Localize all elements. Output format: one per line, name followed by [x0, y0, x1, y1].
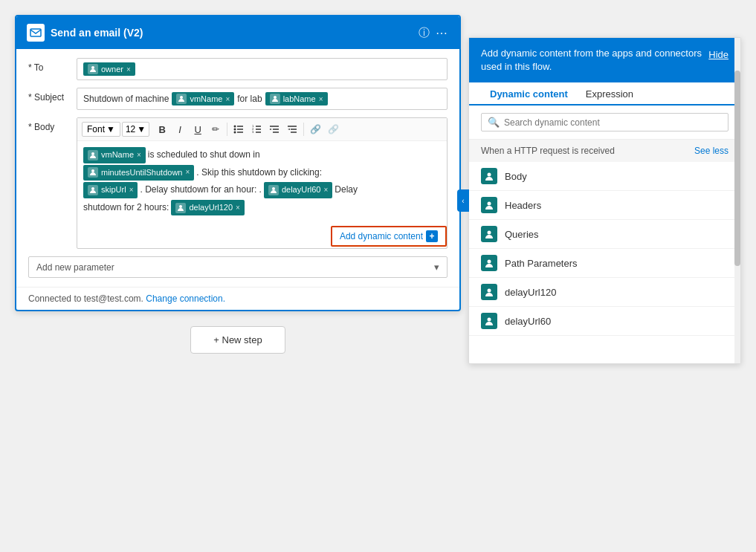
new-step-btn[interactable]: + New step [190, 326, 285, 354]
labname-close[interactable]: × [319, 95, 323, 103]
number-list-btn[interactable]: 1.2.3. [248, 121, 265, 137]
email-card: Send an email (V2) ⓘ ⋯ * To owner [15, 15, 461, 311]
scrollbar-track [734, 38, 740, 363]
skipurl-close[interactable]: × [129, 184, 134, 196]
bold-btn[interactable]: B [154, 121, 170, 137]
subject-field[interactable]: Shutdown of machine vmName × for lab [77, 88, 448, 110]
delayurl60-icon [268, 185, 279, 195]
italic-btn[interactable]: I [172, 121, 188, 137]
svg-point-30 [488, 260, 491, 264]
unlink-btn[interactable]: 🔗 [325, 121, 341, 137]
rich-editor[interactable]: Font ▼ 12 ▼ B I U ✏ [77, 117, 448, 249]
font-chevron: ▼ [106, 124, 115, 134]
dynamic-item-path-params[interactable]: Path Parameters [469, 249, 740, 278]
dynamic-panel-header-text: Add dynamic content from the apps and co… [481, 47, 702, 74]
hide-panel-btn[interactable]: Hide [708, 48, 728, 62]
svg-point-31 [488, 289, 491, 293]
dynamic-item-delayurl60[interactable]: delayUrl60 [469, 307, 740, 336]
add-dynamic-btn[interactable]: Add dynamic content + [331, 226, 447, 247]
link-btn[interactable]: 🔗 [307, 121, 323, 137]
change-connection-link[interactable]: Change connection. [146, 293, 225, 304]
subject-row: * Subject Shutdown of machine vmName × f… [28, 88, 448, 110]
item-queries-icon [481, 226, 497, 242]
dynamic-item-body[interactable]: Body [469, 162, 740, 191]
owner-tag-label: owner [101, 65, 123, 74]
to-row: * To owner × [28, 58, 448, 80]
dynamic-search-area: 🔍 [469, 105, 740, 140]
owner-tag-close[interactable]: × [126, 65, 131, 74]
svg-point-29 [488, 231, 491, 235]
labname-label: labName [283, 94, 316, 103]
svg-point-27 [488, 173, 491, 177]
editor-line-2: minutesUntilShutdown × . Skip this shutd… [83, 165, 441, 181]
add-param-row[interactable]: Add new parameter ▾ [28, 256, 448, 278]
item-delayurl120-icon [481, 284, 497, 300]
item-path-params-label: Path Parameters [505, 258, 578, 269]
body-label: * Body [28, 117, 69, 132]
indent-btn[interactable] [266, 121, 282, 137]
editor-content[interactable]: vmName × is scheduled to shut down in [77, 141, 447, 223]
search-input[interactable] [504, 117, 722, 128]
card-footer: Connected to test@test.com. Change conne… [16, 287, 459, 310]
svg-rect-0 [30, 29, 41, 36]
size-dropdown[interactable]: 12 ▼ [122, 122, 149, 137]
outdent-btn[interactable] [284, 121, 300, 137]
delayurl60-close[interactable]: × [324, 184, 329, 196]
dynamic-item-headers[interactable]: Headers [469, 191, 740, 220]
more-icon[interactable]: ⋯ [436, 26, 449, 40]
svg-text:3.: 3. [252, 130, 254, 134]
delayurl120-icon [175, 203, 186, 213]
info-icon[interactable]: ⓘ [419, 26, 430, 40]
to-field[interactable]: owner × [77, 58, 448, 80]
param-label: Add new parameter [36, 262, 434, 273]
body-row: * Body Font ▼ 12 ▼ B I [28, 117, 448, 249]
labname-icon [270, 94, 280, 104]
font-dropdown[interactable]: Font ▼ [82, 122, 120, 137]
dynamic-item-queries[interactable]: Queries [469, 220, 740, 249]
editor-line-3: skipUrl × . Delay shutdown for an hour: … [83, 182, 441, 198]
tab-expression[interactable]: Expression [577, 82, 642, 105]
see-less-btn[interactable]: See less [694, 146, 728, 156]
item-queries-label: Queries [505, 229, 539, 240]
svg-point-1 [91, 66, 94, 69]
minutes-tag: minutesUntilShutdown × [83, 165, 194, 181]
svg-point-24 [91, 187, 94, 190]
toolbar-sep-2 [303, 123, 304, 136]
dynamic-panel: ‹ Add dynamic content from the apps and … [468, 37, 741, 364]
editor-toolbar: Font ▼ 12 ▼ B I U ✏ [77, 118, 447, 141]
toolbar-sep-1 [227, 123, 227, 136]
search-icon: 🔍 [488, 117, 500, 128]
scrollbar-thumb[interactable] [734, 71, 740, 266]
pencil-btn[interactable]: ✏ [207, 121, 224, 137]
subject-label: * Subject [28, 88, 69, 103]
item-headers-label: Headers [505, 200, 541, 211]
item-delayurl120-label: delayUrl120 [505, 287, 556, 298]
dynamic-panel-tabs: Dynamic content Expression [469, 82, 740, 105]
skipurl-tag: skipUrl × [83, 182, 138, 198]
owner-tag-icon [88, 64, 98, 74]
delayurl60-tag: delayUrl60 × [264, 182, 332, 198]
dynamic-item-delayurl120[interactable]: delayUrl120 [469, 278, 740, 307]
delayurl120-close[interactable]: × [236, 202, 240, 214]
param-chevron-icon: ▾ [434, 262, 439, 273]
skipurl-icon [88, 185, 98, 195]
item-body-label: Body [505, 171, 527, 182]
vmname-body-close[interactable]: × [137, 149, 141, 161]
vmname-close-subject[interactable]: × [225, 95, 230, 103]
card-header-actions: ⓘ ⋯ [419, 26, 449, 40]
svg-point-8 [234, 131, 236, 134]
collapse-panel-btn[interactable]: ‹ [457, 189, 469, 212]
svg-point-3 [274, 96, 277, 99]
minutes-close[interactable]: × [185, 166, 190, 178]
editor-line-1: vmName × is scheduled to shut down in [83, 147, 441, 163]
svg-point-22 [91, 152, 94, 155]
to-label: * To [28, 58, 69, 73]
dynamic-panel-header: Add dynamic content from the apps and co… [469, 38, 740, 82]
svg-point-23 [91, 169, 94, 172]
bullet-list-btn[interactable] [230, 121, 247, 137]
search-box[interactable]: 🔍 [481, 113, 728, 131]
tab-dynamic-content[interactable]: Dynamic content [481, 82, 577, 105]
editor-line-4: shutdown for 2 hours: delayUrl120 × [83, 200, 441, 216]
size-label: 12 [126, 124, 135, 134]
underline-btn[interactable]: U [190, 121, 206, 137]
